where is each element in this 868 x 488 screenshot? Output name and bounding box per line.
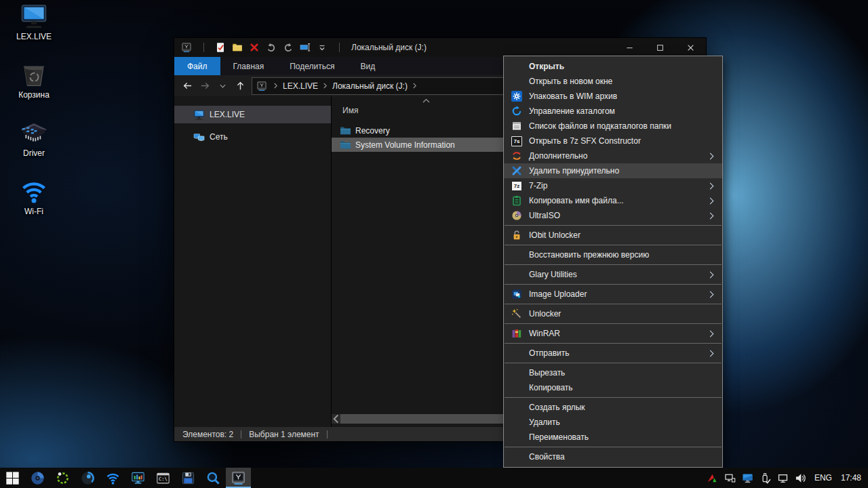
- breadcrumb[interactable]: LEX.LIVE Локальный диск (J:): [252, 77, 511, 95]
- scroll-left-icon[interactable]: [332, 414, 340, 424]
- context-menu-item[interactable]: Удалить принудительно: [504, 163, 722, 178]
- delete-icon[interactable]: [249, 42, 260, 53]
- context-menu-item[interactable]: Glary Utilities: [504, 267, 722, 282]
- items-count: Элементов: 2: [182, 430, 233, 439]
- rename-icon[interactable]: [300, 42, 311, 53]
- sfx-7s-icon: 7s: [511, 136, 522, 146]
- taskbar-button[interactable]: [25, 468, 50, 488]
- selected-count: Выбран 1 элемент: [249, 430, 319, 439]
- context-menu-item[interactable]: 7z 7-Zip: [504, 178, 722, 193]
- status-divider: [327, 430, 328, 439]
- wim-gear-icon: [511, 91, 522, 102]
- close-icon: [687, 44, 694, 52]
- taskbar-button[interactable]: [176, 468, 201, 488]
- context-menu-item[interactable]: Открыть в новом окне: [504, 74, 722, 89]
- undo-icon[interactable]: [266, 42, 277, 53]
- desktop-icon[interactable]: Driver: [5, 119, 62, 158]
- context-menu-item[interactable]: Создать ярлык: [504, 400, 722, 415]
- arrow-right-icon: [200, 81, 210, 91]
- ribbon-tab[interactable]: Главная: [220, 57, 277, 75]
- clock[interactable]: 17:48: [841, 473, 861, 483]
- breadcrumb-segment[interactable]: Локальный диск (J:): [318, 78, 408, 94]
- winrar-icon: [511, 328, 522, 339]
- tray-button[interactable]: [777, 472, 789, 484]
- tray-network-icon: [777, 472, 789, 484]
- navigation-item[interactable]: LEX.LIVE: [174, 106, 331, 123]
- recent-locations-button[interactable]: [214, 78, 231, 94]
- ribbon-tab[interactable]: Вид: [347, 57, 388, 75]
- context-menu-item[interactable]: Открыть: [504, 59, 722, 74]
- 7zip-icon: 7z: [511, 180, 522, 191]
- context-menu-item[interactable]: Дополнительно: [504, 148, 722, 163]
- desktop-icon[interactable]: Wi-Fi: [5, 178, 62, 216]
- context-menu-item[interactable]: Вырезать: [504, 365, 722, 380]
- taskbar-buttons: C:\: [0, 468, 251, 488]
- language-indicator[interactable]: ENG: [814, 473, 832, 483]
- tray-button[interactable]: [707, 472, 718, 484]
- context-menu-item[interactable]: Упаковать в WIM архив: [504, 89, 722, 104]
- tray-button[interactable]: [724, 472, 736, 484]
- context-menu-item[interactable]: Свойства: [504, 449, 722, 464]
- context-menu-item[interactable]: Удалить: [504, 415, 722, 430]
- context-menu-item[interactable]: Отправить: [504, 346, 722, 361]
- context-menu-item[interactable]: Управление каталогом: [504, 104, 722, 119]
- desktop-icon[interactable]: Корзина: [5, 61, 62, 100]
- explorer-drive-icon: [231, 471, 245, 485]
- start-icon: [5, 471, 20, 485]
- taskbar-button[interactable]: [201, 468, 226, 488]
- context-menu-item[interactable]: Переименовать: [504, 430, 722, 445]
- iobit-lock-icon: [511, 230, 522, 241]
- tray-button[interactable]: [742, 472, 753, 484]
- redo-icon[interactable]: [283, 42, 294, 53]
- context-menu-item[interactable]: Image Uploader: [504, 287, 722, 302]
- breadcrumb-segment[interactable]: LEX.LIVE: [269, 78, 318, 94]
- context-menu-item[interactable]: IObit Unlocker: [504, 228, 722, 243]
- search-app-icon: [206, 471, 220, 485]
- force-delete-x-icon: [511, 165, 522, 176]
- minimize-button[interactable]: [614, 38, 645, 57]
- context-menu-item[interactable]: Unlocker: [504, 306, 722, 321]
- submenu-arrow-icon: [707, 291, 714, 298]
- context-menu-item[interactable]: Список файлов и подкаталогов папки: [504, 119, 722, 134]
- status-divider: [241, 430, 241, 439]
- chevron-down-icon: [220, 84, 226, 88]
- context-menu-item[interactable]: UltraISO: [504, 208, 722, 223]
- tray-button[interactable]: [795, 472, 806, 484]
- context-menu: Открыть Открыть в новом окне Упаковать в…: [503, 56, 723, 468]
- tray-button[interactable]: [760, 472, 771, 484]
- context-menu-item[interactable]: Копировать имя файла...: [504, 193, 722, 208]
- forward-button[interactable]: [196, 78, 214, 94]
- back-button[interactable]: [178, 78, 196, 94]
- ribbon-tab[interactable]: Файл: [174, 57, 220, 75]
- up-button[interactable]: [231, 78, 249, 94]
- chevron-right-icon: [323, 82, 328, 89]
- folder-icon: [340, 125, 351, 136]
- close-button[interactable]: [675, 38, 706, 57]
- disc-app-icon: [31, 471, 45, 485]
- context-menu-item[interactable]: 7s Открыть в 7z SFX Constructor: [504, 134, 722, 148]
- tray-display-icon: [742, 472, 753, 484]
- taskbar-button[interactable]: [100, 468, 125, 488]
- taskbar-button[interactable]: [125, 468, 151, 488]
- taskbar-button[interactable]: C:\: [151, 468, 176, 488]
- ribbon-tab[interactable]: Поделиться: [277, 57, 347, 75]
- quick-access-toolbar: [174, 42, 344, 53]
- taskbar-button[interactable]: [50, 468, 75, 488]
- context-menu-item[interactable]: Копировать: [504, 380, 722, 395]
- navigation-item[interactable]: Сеть: [174, 128, 331, 146]
- taskbar-button[interactable]: [75, 468, 100, 488]
- title-bar[interactable]: Локальный диск (J:): [174, 38, 706, 57]
- context-menu-item[interactable]: WinRAR: [504, 326, 722, 341]
- system-tray: ENG 17:48: [707, 468, 868, 488]
- taskbar-button[interactable]: [226, 468, 251, 488]
- desktop-icon[interactable]: LEX.LIVE: [5, 3, 62, 41]
- properties-icon[interactable]: [215, 42, 226, 53]
- context-menu-item[interactable]: Восстановить прежнюю версию: [504, 247, 722, 262]
- maximize-button[interactable]: [645, 38, 675, 57]
- drive-icon: [256, 81, 267, 92]
- taskbar-button[interactable]: [0, 468, 25, 488]
- orb-app-icon: [81, 471, 95, 485]
- drive-icon[interactable]: [181, 42, 192, 53]
- customize-chevron-icon[interactable]: [317, 42, 328, 53]
- new-folder-icon[interactable]: [232, 42, 243, 53]
